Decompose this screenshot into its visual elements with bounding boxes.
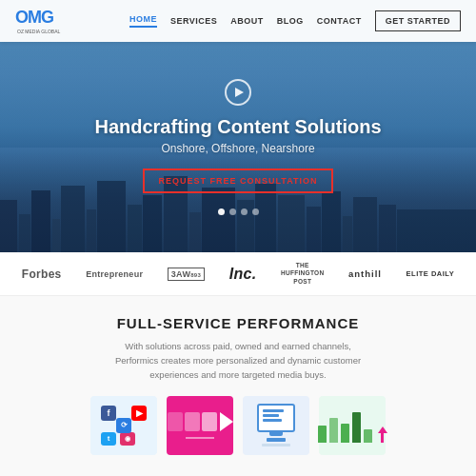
screen-card (243, 396, 309, 455)
bar-5 (364, 429, 372, 443)
get-started-button[interactable]: GET STARTED (375, 10, 461, 31)
dot-3[interactable] (241, 208, 248, 215)
nav-contact[interactable]: CONTACT (317, 16, 362, 26)
dot-4[interactable] (252, 208, 259, 215)
main-content: FULL-SERVICE PERFORMANCE With solutions … (0, 296, 476, 476)
nav-about[interactable]: ABOUT (230, 16, 264, 26)
bar-1 (318, 426, 327, 443)
hero-title: Handcrafting Content Solutions (94, 115, 381, 138)
facebook-icon: f (101, 406, 116, 421)
dot-2[interactable] (229, 208, 236, 215)
screen-content (257, 404, 295, 446)
bar-2 (329, 418, 338, 443)
play-button[interactable] (225, 79, 251, 106)
chart-card (319, 396, 386, 455)
hero-subtitle: Onshore, Offshore, Nearshore (161, 142, 314, 155)
section-title: FULL-SERVICE PERFORMANCE (117, 315, 360, 331)
bar-4 (352, 412, 361, 443)
section-description: With solutions across paid, owned and ea… (105, 339, 371, 383)
navbar: OMG OZ MEDIA GLOBAL HOME SERVICES ABOUT … (0, 0, 476, 42)
logo-anthill: anthill (348, 268, 382, 279)
nav-blog[interactable]: BLOG (277, 16, 304, 26)
logo-huffington-post: THEHUFFINGTONPOST (281, 262, 325, 286)
nav-services[interactable]: SERVICES (170, 16, 217, 26)
logo-text: OMG (15, 8, 53, 27)
logo-3aw: 3AW893 (168, 268, 205, 281)
logo-sub: OZ MEDIA GLOBAL (17, 29, 60, 34)
arrow-shape (168, 412, 233, 431)
nav-links: HOME SERVICES ABOUT BLOG CONTACT (129, 14, 362, 28)
youtube-icon: ▶ (131, 406, 147, 421)
consultation-button[interactable]: REQUEST FREE CONSULTATION (143, 169, 332, 193)
bar-3 (341, 424, 349, 443)
monitor-icon (257, 404, 295, 432)
logo-forbes: Forbes (22, 268, 62, 281)
dot-1[interactable] (218, 208, 225, 215)
logo-inc: Inc. (229, 266, 257, 283)
arrow-content (168, 412, 233, 439)
hero-dots (218, 208, 259, 215)
social-icons: f ▶ ⟳ t ◉ (101, 406, 147, 446)
social-card: f ▶ ⟳ t ◉ (90, 396, 157, 455)
logo-elite-daily: ELITE DAILY (407, 269, 455, 278)
logo[interactable]: OMG OZ MEDIA GLOBAL (15, 9, 60, 34)
chart-content (318, 408, 387, 443)
feature-cards: f ▶ ⟳ t ◉ (90, 396, 386, 455)
nav-home[interactable]: HOME (129, 14, 157, 28)
logo-entrepreneur: Entrepreneur (86, 269, 143, 279)
logos-strip: Forbes Entrepreneur 3AW893 Inc. THEHUFFI… (0, 252, 476, 296)
share-icon: ⟳ (116, 418, 131, 433)
transition-card (167, 396, 233, 455)
